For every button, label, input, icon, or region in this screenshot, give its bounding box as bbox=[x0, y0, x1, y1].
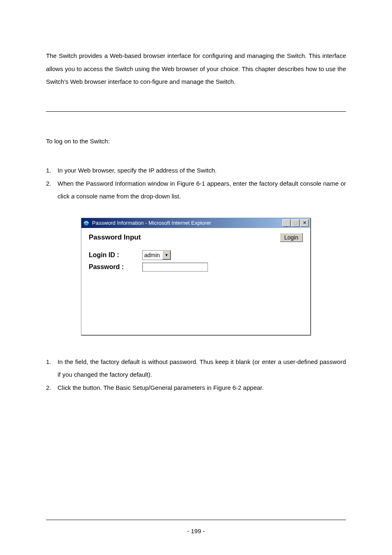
list-number: 2. bbox=[46, 381, 58, 394]
list-number: 1. bbox=[46, 164, 58, 177]
login-button[interactable]: Login bbox=[280, 233, 303, 242]
chevron-down-icon[interactable]: ▼ bbox=[162, 251, 171, 260]
steps-list-2: 1. In the field, the factory default is … bbox=[46, 355, 346, 394]
login-id-select[interactable]: admin ▼ bbox=[142, 250, 171, 260]
window-titlebar: Password Information - Microsoft Interne… bbox=[81, 218, 310, 228]
login-id-value: admin bbox=[143, 252, 162, 258]
list-text: Click the button. The Basic Setup/Genera… bbox=[58, 381, 346, 394]
minimize-button[interactable]: _ bbox=[282, 219, 291, 227]
password-label: Password : bbox=[89, 263, 142, 271]
ie-icon bbox=[83, 220, 90, 226]
page-number: - 199 - bbox=[0, 520, 392, 534]
login-intro: To log on to the Switch: bbox=[46, 135, 346, 148]
list-item: 1. In your Web browser, specify the IP a… bbox=[46, 164, 346, 177]
login-id-label: Login ID : bbox=[89, 251, 142, 259]
form-heading: Password Input bbox=[89, 233, 280, 242]
list-number: 1. bbox=[46, 355, 58, 381]
list-item: 1. In the field, the factory default is … bbox=[46, 355, 346, 381]
intro-paragraph: The Switch provides a Web-based browser … bbox=[46, 49, 346, 88]
password-window: Password Information - Microsoft Interne… bbox=[81, 218, 311, 336]
list-text: When the Password Information window in … bbox=[58, 177, 346, 203]
list-text: In your Web browser, specify the IP addr… bbox=[58, 164, 346, 177]
steps-list-1: 1. In your Web browser, specify the IP a… bbox=[46, 164, 346, 203]
list-number: 2. bbox=[46, 177, 58, 203]
list-item: 2. Click the button. The Basic Setup/Gen… bbox=[46, 381, 346, 394]
window-title: Password Information - Microsoft Interne… bbox=[92, 220, 282, 226]
password-input[interactable] bbox=[142, 263, 208, 272]
list-text: In the field, the factory default is wit… bbox=[58, 355, 346, 381]
list-item: 2. When the Password Information window … bbox=[46, 177, 346, 203]
maximize-button[interactable]: □ bbox=[291, 219, 300, 227]
divider bbox=[46, 111, 346, 112]
close-button[interactable]: ✕ bbox=[300, 219, 309, 227]
